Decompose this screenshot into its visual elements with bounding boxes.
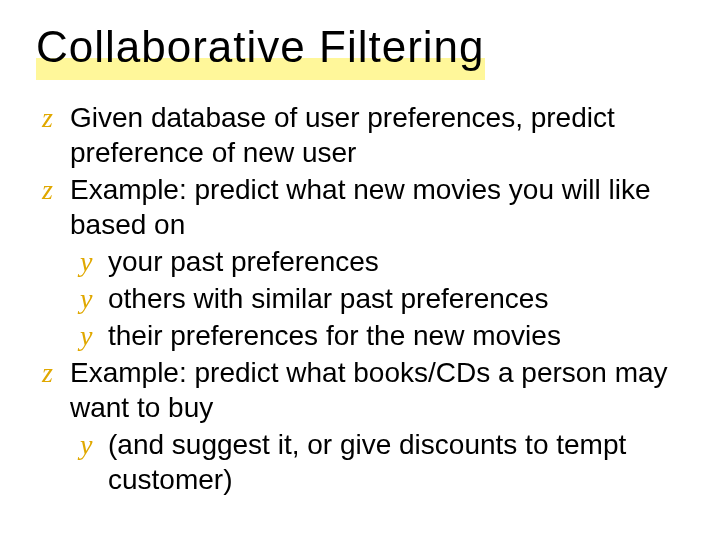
list-item: Example: predict what books/CDs a person… bbox=[36, 355, 684, 497]
slide: Collaborative Filtering Given database o… bbox=[0, 0, 720, 540]
list-item: your past preferences bbox=[80, 244, 684, 279]
list-item: others with similar past preferences bbox=[80, 281, 684, 316]
bullet-text: their preferences for the new movies bbox=[108, 320, 561, 351]
list-item: their preferences for the new movies bbox=[80, 318, 684, 353]
bullet-text: others with similar past preferences bbox=[108, 283, 548, 314]
sub-bullet-list: your past preferences others with simila… bbox=[70, 244, 684, 353]
sub-bullet-list: (and suggest it, or give discounts to te… bbox=[70, 427, 684, 497]
slide-title: Collaborative Filtering bbox=[36, 22, 485, 72]
bullet-text: Example: predict what books/CDs a person… bbox=[70, 357, 668, 423]
bullet-text: (and suggest it, or give discounts to te… bbox=[108, 429, 626, 495]
list-item: (and suggest it, or give discounts to te… bbox=[80, 427, 684, 497]
bullet-list: Given database of user preferences, pred… bbox=[36, 100, 684, 497]
title-wrap: Collaborative Filtering bbox=[36, 22, 485, 72]
bullet-text: Given database of user preferences, pred… bbox=[70, 102, 615, 168]
slide-body: Given database of user preferences, pred… bbox=[36, 100, 684, 497]
bullet-text: your past preferences bbox=[108, 246, 379, 277]
list-item: Example: predict what new movies you wil… bbox=[36, 172, 684, 353]
bullet-text: Example: predict what new movies you wil… bbox=[70, 174, 650, 240]
list-item: Given database of user preferences, pred… bbox=[36, 100, 684, 170]
